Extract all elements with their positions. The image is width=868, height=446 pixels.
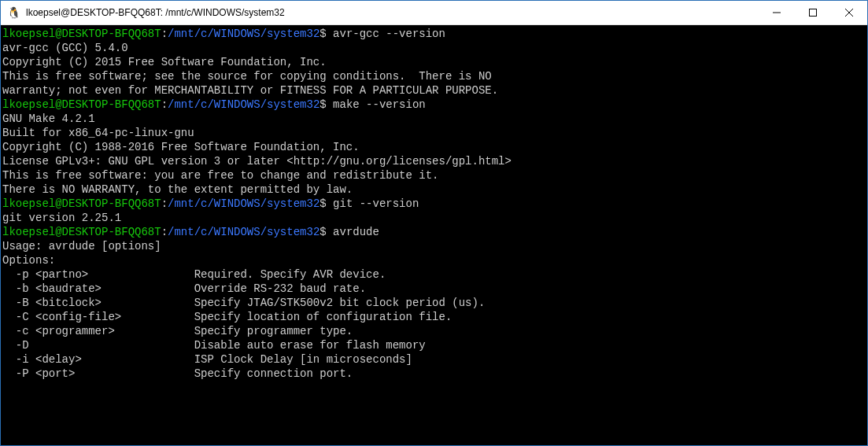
command-text: avr-gcc --version (333, 28, 445, 40)
prompt-user: lkoepsel@DESKTOP-BFQQ68T (2, 98, 161, 111)
output-line: -D Disable auto erase for flash memory (2, 338, 867, 352)
output-line: This is free software: you are free to c… (2, 168, 867, 182)
output-line: -B <bitclock> Specify JTAG/STK500v2 bit … (2, 296, 867, 310)
prompt-colon: : (161, 28, 168, 40)
output-line: GNU Make 4.2.1 (2, 112, 867, 126)
output-line: This is free software; see the source fo… (2, 69, 867, 83)
output-line: Options: (2, 253, 867, 267)
prompt-symbol: $ (319, 98, 333, 111)
prompt-colon: : (161, 226, 168, 238)
output-line: -b <baudrate> Override RS-232 baud rate. (2, 282, 867, 296)
output-line: warranty; not even for MERCHANTABILITY o… (2, 83, 867, 98)
output-line: avr-gcc (GCC) 5.4.0 (2, 41, 867, 55)
output-line: Built for x86_64-pc-linux-gnu (2, 126, 867, 140)
output-line: There is NO WARRANTY, to the extent perm… (2, 182, 867, 197)
window-controls (759, 1, 867, 24)
prompt-line: lkoepsel@DESKTOP-BFQQ68T:/mnt/c/WINDOWS/… (2, 27, 867, 41)
command-text: avrdude (333, 226, 379, 238)
prompt-line: lkoepsel@DESKTOP-BFQQ68T:/mnt/c/WINDOWS/… (2, 225, 867, 239)
prompt-path: /mnt/c/WINDOWS/system32 (168, 197, 319, 210)
output-line: git version 2.25.1 (2, 211, 867, 225)
prompt-symbol: $ (319, 226, 333, 238)
prompt-user: lkoepsel@DESKTOP-BFQQ68T (2, 28, 161, 40)
close-button[interactable] (831, 1, 867, 24)
prompt-symbol: $ (319, 28, 333, 40)
output-line: -c <programmer> Specify programmer type. (2, 324, 867, 338)
prompt-path: /mnt/c/WINDOWS/system32 (168, 98, 319, 111)
prompt-symbol: $ (319, 197, 333, 210)
prompt-user: lkoepsel@DESKTOP-BFQQ68T (2, 226, 161, 238)
command-text: git --version (333, 197, 419, 210)
prompt-path: /mnt/c/WINDOWS/system32 (168, 226, 319, 238)
output-line: -P <port> Specify connection port. (2, 367, 867, 381)
prompt-line: lkoepsel@DESKTOP-BFQQ68T:/mnt/c/WINDOWS/… (2, 197, 867, 211)
output-line: License GPLv3+: GNU GPL version 3 or lat… (2, 154, 867, 168)
minimize-button[interactable] (759, 1, 795, 24)
output-line: -p <partno> Required. Specify AVR device… (2, 267, 867, 282)
output-line: -C <config-file> Specify location of con… (2, 310, 867, 324)
prompt-path: /mnt/c/WINDOWS/system32 (168, 28, 319, 40)
terminal-body[interactable]: lkoepsel@DESKTOP-BFQQ68T:/mnt/c/WINDOWS/… (1, 25, 867, 445)
svg-rect-0 (810, 9, 817, 17)
maximize-button[interactable] (795, 1, 831, 24)
titlebar: 🐧 lkoepsel@DESKTOP-BFQQ68T: /mnt/c/WINDO… (1, 1, 867, 25)
command-text: make --version (333, 98, 426, 111)
penguin-icon: 🐧 (7, 6, 20, 19)
prompt-colon: : (161, 98, 168, 111)
output-line: -i <delay> ISP Clock Delay [in microseco… (2, 352, 867, 367)
output-line: Copyright (C) 1988-2016 Free Software Fo… (2, 140, 867, 154)
prompt-line: lkoepsel@DESKTOP-BFQQ68T:/mnt/c/WINDOWS/… (2, 98, 867, 112)
window-title: lkoepsel@DESKTOP-BFQQ68T: /mnt/c/WINDOWS… (26, 7, 759, 18)
prompt-user: lkoepsel@DESKTOP-BFQQ68T (2, 197, 161, 210)
output-line: Copyright (C) 2015 Free Software Foundat… (2, 55, 867, 69)
output-line: Usage: avrdude [options] (2, 239, 867, 253)
prompt-colon: : (161, 197, 168, 210)
